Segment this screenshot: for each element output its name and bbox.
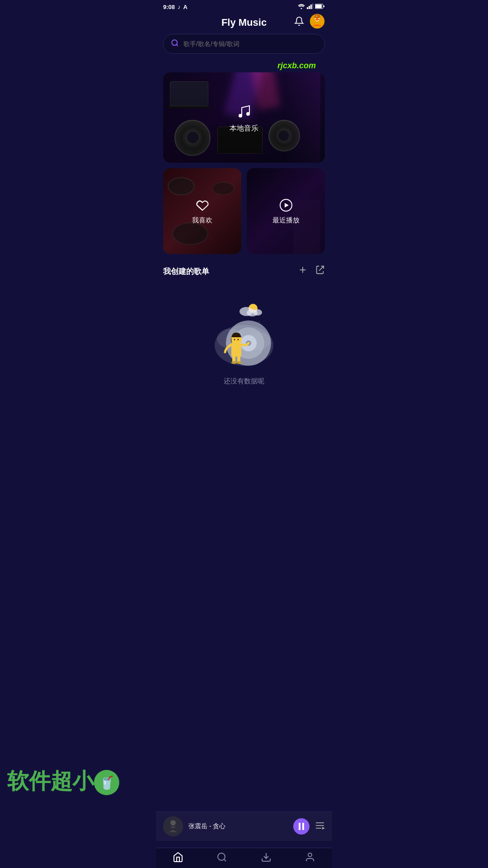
- my-playlists-section: 我创建的歌单: [156, 265, 332, 278]
- nav-download[interactable]: [261, 852, 272, 863]
- svg-point-18: [246, 112, 250, 116]
- favorites-label: 我喜欢: [192, 216, 212, 225]
- banner-section: rjcxb.com: [156, 61, 332, 254]
- svg-point-11: [319, 18, 320, 19]
- svg-point-0: [301, 8, 302, 9]
- nav-home[interactable]: [173, 852, 183, 863]
- search-input[interactable]: [183, 40, 317, 47]
- svg-marker-56: [322, 827, 325, 830]
- svg-line-16: [176, 44, 178, 46]
- bottom-nav: [156, 848, 332, 868]
- favorites-content: 我喜欢: [163, 168, 241, 254]
- search-bar[interactable]: [163, 34, 325, 54]
- svg-point-57: [218, 853, 225, 860]
- accessibility-indicator: A: [183, 4, 188, 10]
- status-time: 9:08: [163, 4, 175, 10]
- music-indicator: ♪: [178, 4, 181, 10]
- svg-point-50: [170, 820, 176, 826]
- svg-point-17: [239, 114, 242, 118]
- svg-point-60: [308, 853, 312, 857]
- local-music-banner[interactable]: 本地音乐: [163, 72, 325, 163]
- svg-rect-37: [231, 343, 241, 357]
- wifi-icon: [298, 4, 305, 10]
- pause-button[interactable]: [293, 818, 310, 835]
- empty-illustration: ♩ ♪: [203, 296, 285, 377]
- song-avatar: [163, 816, 183, 836]
- now-playing-bar[interactable]: 张震岳 - 贪心: [156, 811, 332, 841]
- svg-line-23: [319, 266, 324, 271]
- nav-profile[interactable]: [305, 852, 315, 863]
- svg-point-48: [253, 309, 262, 316]
- status-left: 9:08 ♪ A: [163, 4, 188, 10]
- header: Fly Music ★: [156, 12, 332, 34]
- svg-rect-3: [310, 5, 312, 9]
- nav-search[interactable]: [216, 852, 227, 863]
- import-playlist-button[interactable]: [315, 265, 325, 278]
- svg-rect-4: [312, 4, 313, 9]
- watermark-text: rjcxb.com: [277, 61, 316, 70]
- watermark: rjcxb.com: [163, 61, 325, 71]
- song-info: 张震岳 - 贪心: [188, 822, 288, 830]
- empty-state: ♩ ♪ 还没有数据呢: [156, 287, 332, 395]
- recent-play-card[interactable]: 最近播放: [247, 168, 325, 254]
- app-title: Fly Music: [221, 17, 267, 28]
- svg-rect-7: [324, 5, 324, 7]
- signal-icon: [307, 4, 313, 10]
- queue-button[interactable]: [315, 821, 325, 832]
- svg-marker-20: [285, 203, 289, 208]
- svg-rect-6: [315, 5, 322, 8]
- svg-point-10: [315, 18, 316, 19]
- svg-rect-52: [302, 823, 304, 830]
- svg-point-40: [238, 339, 239, 340]
- svg-point-44: [236, 361, 242, 364]
- svg-point-15: [172, 40, 177, 45]
- favorites-card[interactable]: 我喜欢: [163, 168, 241, 254]
- svg-point-39: [234, 339, 235, 340]
- battery-icon: [315, 4, 325, 10]
- svg-line-58: [224, 859, 226, 861]
- svg-text:♪: ♪: [228, 328, 230, 333]
- local-music-content: 本地音乐: [163, 72, 325, 163]
- search-icon: [171, 39, 179, 49]
- song-title: 张震岳 - 贪心: [188, 822, 225, 830]
- svg-point-43: [231, 361, 237, 364]
- status-bar: 9:08 ♪ A: [156, 0, 332, 12]
- playback-controls: [293, 818, 325, 835]
- cards-row: 我喜欢 最近播放: [163, 168, 325, 254]
- svg-rect-2: [309, 6, 310, 9]
- my-playlists-title: 我创建的歌单: [163, 266, 209, 277]
- svg-rect-51: [299, 823, 300, 830]
- svg-text:★: ★: [316, 15, 318, 17]
- svg-rect-1: [307, 7, 308, 9]
- status-right: [298, 4, 325, 10]
- local-music-label: 本地音乐: [230, 124, 258, 133]
- recent-content: 最近播放: [247, 168, 325, 254]
- recent-label: 最近播放: [272, 216, 300, 225]
- empty-text: 还没有数据呢: [224, 377, 264, 386]
- svg-text:♩: ♩: [258, 320, 260, 326]
- user-avatar-icon[interactable]: ★: [310, 14, 325, 32]
- add-playlist-button[interactable]: [298, 265, 308, 278]
- notification-icon[interactable]: [294, 16, 304, 29]
- header-icons: ★: [294, 14, 325, 32]
- playlist-actions: [298, 265, 325, 278]
